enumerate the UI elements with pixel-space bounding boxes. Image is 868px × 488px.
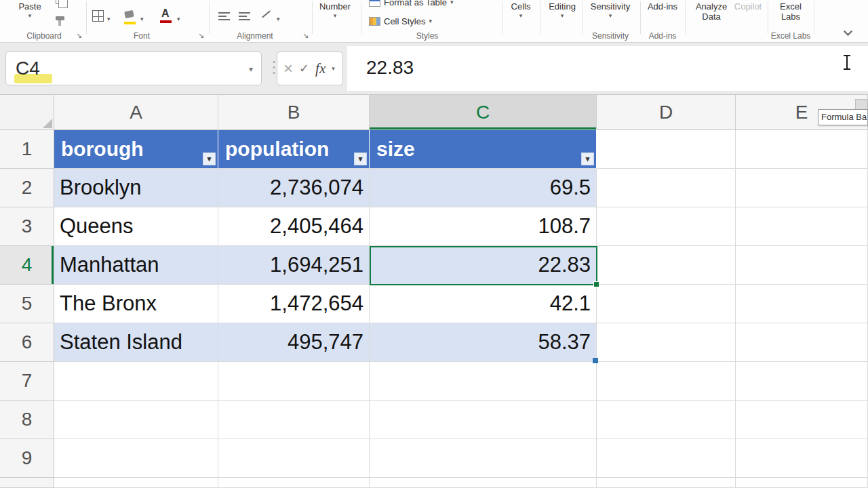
empty-cell[interactable] [736,207,868,246]
cell-b5[interactable]: 1,472,654 [218,285,370,323]
empty-cell[interactable] [597,439,736,478]
select-all-corner[interactable] [0,95,54,130]
empty-cell[interactable] [370,439,597,478]
empty-cell[interactable] [736,246,868,285]
font-dialog-launcher-icon[interactable]: ↘ [198,31,204,40]
cancel-icon[interactable]: × [283,59,293,78]
chevron-down-icon[interactable]: ▾ [177,16,180,22]
empty-cell[interactable] [597,478,736,488]
empty-cell[interactable] [218,439,370,478]
cell-c3[interactable]: 108.7 [370,207,597,246]
cells-button[interactable]: Cells ▾ [506,1,536,19]
empty-cell[interactable] [736,401,868,439]
cell-b4[interactable]: 1,694,251 [218,246,370,285]
filter-button[interactable]: ▾ [354,152,367,165]
sensitivity-button[interactable]: Sensitivity ▾ [589,1,632,19]
decrease-indent-icon[interactable] [218,12,230,22]
chevron-down-icon[interactable]: ▾ [589,13,632,19]
paste-button[interactable]: Paste ▾ [14,1,46,19]
cell-a6[interactable]: Staten Island [54,323,218,362]
empty-cell[interactable] [597,246,736,285]
chevron-down-icon[interactable]: ▾ [140,16,144,22]
empty-cell[interactable] [736,169,868,207]
cell-b6[interactable]: 495,747 [218,323,370,362]
column-header-a[interactable]: A [54,95,218,130]
formula-input[interactable]: 22.83 [347,46,868,91]
increase-indent-icon[interactable] [239,12,250,22]
column-header-b[interactable]: B [218,95,370,130]
row-header-7[interactable]: 7 [0,362,54,401]
empty-cell[interactable] [54,362,218,401]
chevron-down-icon[interactable]: ▾ [332,66,335,72]
cell-c1[interactable]: size ▾ [370,130,597,169]
row-header-6[interactable]: 6 [0,323,54,362]
chevron-down-icon[interactable]: ▾ [545,13,579,19]
empty-cell[interactable] [370,362,597,401]
format-as-table-button[interactable]: Format as Table ▾ [369,0,454,8]
row-header-2[interactable]: 2 [0,169,54,207]
cell-c2[interactable]: 69.5 [370,169,597,207]
chevron-down-icon[interactable]: ▾ [107,16,111,22]
cell-c6[interactable]: 58.37 [370,323,597,362]
empty-cell[interactable] [218,362,370,401]
cell-b1[interactable]: population ▾ [218,130,370,169]
scrollbar-top[interactable] [855,99,868,110]
empty-cell[interactable] [597,323,736,362]
editing-button[interactable]: Editing ▾ [545,1,579,19]
cell-styles-button[interactable]: Cell Styles ▾ [369,15,432,27]
chevron-down-icon[interactable]: ▾ [506,13,536,19]
row-header-5[interactable]: 5 [0,285,54,323]
empty-cell[interactable] [597,169,736,207]
alignment-dialog-launcher-icon[interactable]: ↘ [302,31,309,40]
cell-a3[interactable]: Queens [54,207,218,246]
filter-button[interactable]: ▾ [203,152,216,165]
cell-a4[interactable]: Manhattan [54,246,218,285]
empty-cell[interactable] [597,285,736,323]
empty-cell[interactable] [736,478,868,488]
empty-cell[interactable] [54,439,218,478]
empty-cell[interactable] [370,401,597,439]
format-painter-icon[interactable] [56,16,64,20]
orientation-icon[interactable] [260,8,273,20]
collapse-ribbon-icon[interactable] [844,27,852,36]
empty-cell[interactable] [597,207,736,246]
empty-cell[interactable] [736,285,868,323]
font-color-icon[interactable]: A [161,8,170,19]
row-header-10[interactable] [0,478,54,488]
number-format-dropdown[interactable]: Number ▾ [315,1,355,19]
empty-cell[interactable] [597,130,736,169]
row-header-9[interactable]: 9 [0,439,54,478]
empty-cell[interactable] [54,478,218,488]
chevron-down-icon[interactable]: ▾ [249,64,253,74]
column-header-d[interactable]: D [597,95,736,130]
filter-button[interactable]: ▾ [581,152,594,165]
borders-icon[interactable] [92,10,104,22]
empty-cell[interactable] [218,401,370,439]
insert-function-icon[interactable]: fx [315,60,326,77]
cell-a5[interactable]: The Bronx [54,285,218,323]
cell-c5[interactable]: 42.1 [370,285,597,323]
clipboard-dialog-launcher-icon[interactable]: ↘ [76,31,82,40]
empty-cell[interactable] [597,401,736,439]
empty-cell[interactable] [736,362,868,401]
cell-b3[interactable]: 2,405,464 [218,207,370,246]
row-header-4[interactable]: 4 [0,246,54,285]
enter-icon[interactable]: ✓ [299,61,309,76]
empty-cell[interactable] [370,478,597,488]
empty-cell[interactable] [736,130,868,169]
name-box[interactable]: C4 ▾ [5,52,262,85]
column-header-c[interactable]: C [370,95,597,130]
excel-labs-button[interactable]: Excel Labs [774,1,807,22]
chevron-down-icon[interactable]: ▾ [277,16,280,22]
chevron-down-icon[interactable]: ▾ [315,13,355,19]
add-ins-button[interactable]: Add-ins [644,1,681,12]
copy-icon[interactable] [56,0,64,4]
cell-a2[interactable]: Brooklyn [54,169,218,207]
empty-cell[interactable] [54,401,218,439]
row-header-3[interactable]: 3 [0,207,54,246]
empty-cell[interactable] [736,439,868,478]
cell-b2[interactable]: 2,736,074 [218,169,370,207]
analyze-data-button[interactable]: Analyze Data [692,1,731,22]
row-header-1[interactable]: 1 [0,130,54,169]
fill-color-icon[interactable] [124,10,134,18]
